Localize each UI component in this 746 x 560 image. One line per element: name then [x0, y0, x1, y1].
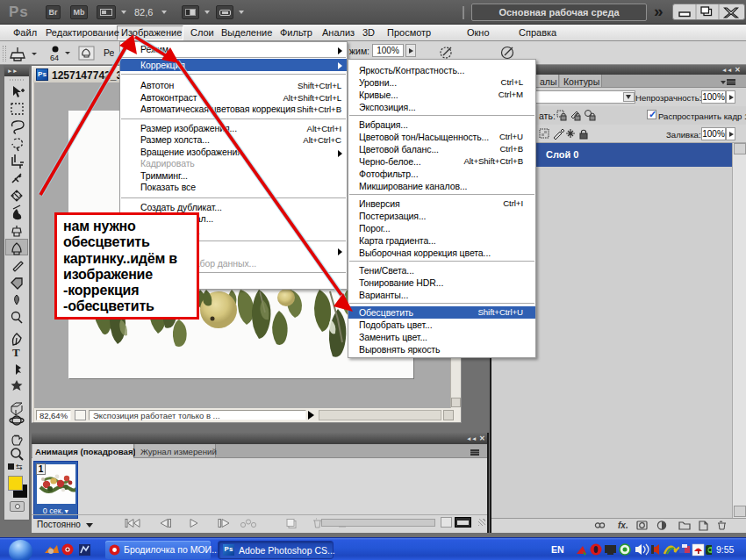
svg-text:fx.: fx.: [618, 521, 628, 530]
svg-text:64: 64: [50, 54, 59, 62]
svg-text:T: T: [12, 346, 20, 359]
svg-text:Ре:: Ре:: [104, 47, 114, 58]
